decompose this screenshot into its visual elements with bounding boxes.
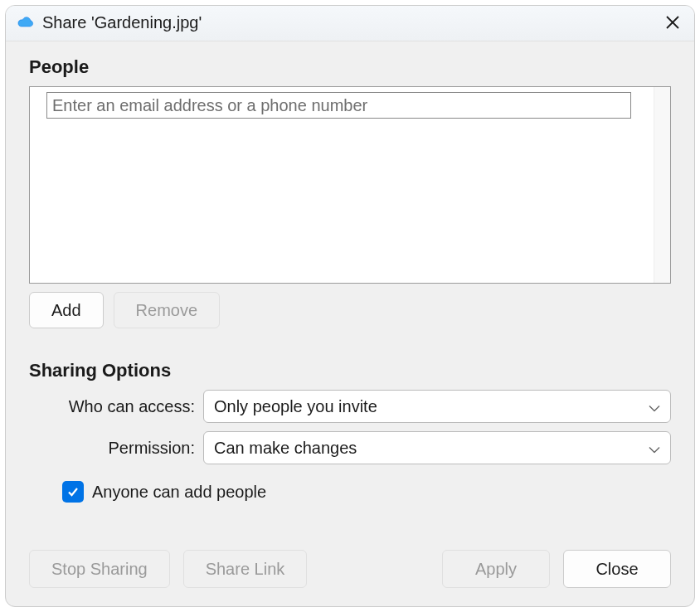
remove-button[interactable]: Remove xyxy=(114,292,220,328)
titlebar: Share 'Gardening.jpg' xyxy=(6,6,694,41)
permission-label: Permission: xyxy=(29,439,203,458)
close-button[interactable]: Close xyxy=(563,550,671,588)
share-dialog: Share 'Gardening.jpg' People Add Remove … xyxy=(5,5,695,607)
share-link-button[interactable]: Share Link xyxy=(183,550,308,588)
anyone-can-add-label: Anyone can add people xyxy=(92,483,266,502)
add-button[interactable]: Add xyxy=(29,292,104,328)
icloud-icon xyxy=(17,14,34,31)
permission-value: Can make changes xyxy=(214,439,357,458)
close-icon[interactable] xyxy=(663,12,683,32)
dialog-footer: Stop Sharing Share Link Apply Close xyxy=(6,535,694,606)
who-can-access-row: Who can access: Only people you invite xyxy=(29,390,671,423)
people-heading: People xyxy=(29,56,671,78)
sharing-options-heading: Sharing Options xyxy=(29,360,671,381)
apply-button[interactable]: Apply xyxy=(442,550,550,588)
sharing-options-section: Sharing Options Who can access: Only peo… xyxy=(29,360,671,503)
dialog-content: People Add Remove Sharing Options Who ca… xyxy=(6,41,694,535)
scrollbar[interactable] xyxy=(654,87,670,283)
who-can-access-value: Only people you invite xyxy=(214,397,377,416)
people-actions: Add Remove xyxy=(29,292,671,328)
who-can-access-select[interactable]: Only people you invite xyxy=(203,390,671,423)
permission-row: Permission: Can make changes xyxy=(29,431,671,464)
stop-sharing-button[interactable]: Stop Sharing xyxy=(29,550,170,588)
permission-select[interactable]: Can make changes xyxy=(203,431,671,464)
anyone-can-add-checkbox[interactable] xyxy=(62,481,84,503)
dialog-title: Share 'Gardening.jpg' xyxy=(42,13,663,32)
people-email-input[interactable] xyxy=(46,92,631,119)
chevron-down-icon xyxy=(649,439,660,458)
chevron-down-icon xyxy=(649,397,660,416)
anyone-can-add-row: Anyone can add people xyxy=(62,481,671,503)
who-can-access-label: Who can access: xyxy=(29,397,203,416)
people-list xyxy=(29,86,671,284)
